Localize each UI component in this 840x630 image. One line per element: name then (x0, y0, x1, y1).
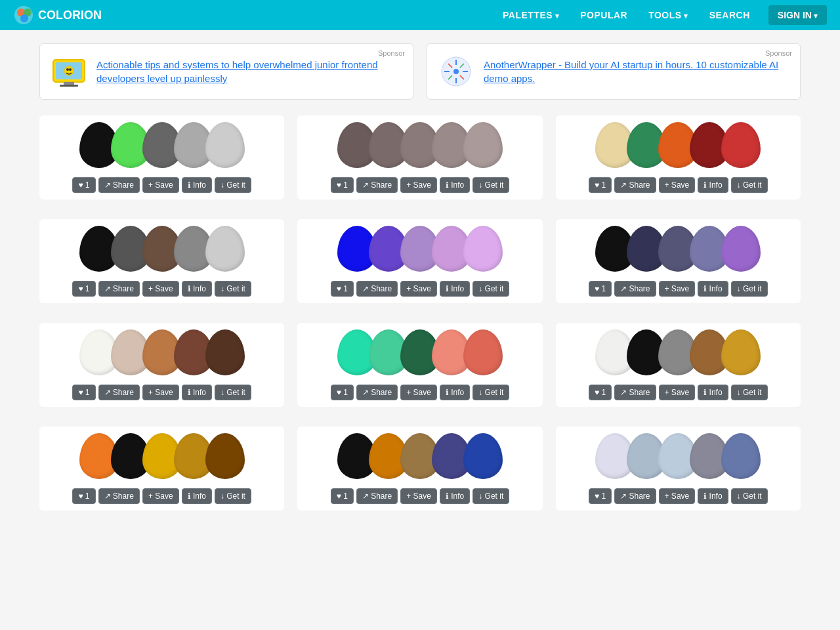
get-button-7[interactable]: ↓ Get it (472, 385, 509, 400)
palette-grid: ♥ 1↗ Share+ Saveℹ Info↓ Get it♥ 1↗ Share… (39, 116, 801, 511)
info-button-6[interactable]: ℹ Info (182, 385, 212, 400)
save-button-10[interactable]: + Save (400, 488, 437, 504)
like-button-7[interactable]: ♥ 1 (331, 385, 354, 400)
save-button-3[interactable]: + Save (142, 281, 179, 297)
like-button-9[interactable]: ♥ 1 (72, 488, 95, 504)
get-button-0[interactable]: ↓ Get it (215, 177, 251, 193)
palette-swatches-10[interactable] (297, 427, 542, 483)
swatch-2-4 (721, 122, 761, 168)
like-button-4[interactable]: ♥ 1 (331, 281, 354, 297)
info-button-5[interactable]: ℹ Info (698, 281, 728, 297)
palette-actions-5: ♥ 1↗ Share+ Saveℹ Info↓ Get it (556, 276, 801, 303)
like-button-0[interactable]: ♥ 1 (72, 177, 95, 193)
palette-card-9: ♥ 1↗ Share+ Saveℹ Info↓ Get it (39, 427, 284, 511)
swatch-5-4 (721, 226, 761, 272)
palette-card-10: ♥ 1↗ Share+ Saveℹ Info↓ Get it (297, 427, 542, 511)
swatch-0-4 (205, 122, 245, 168)
save-button-6[interactable]: + Save (142, 385, 179, 400)
save-button-7[interactable]: + Save (400, 385, 437, 400)
like-button-11[interactable]: ♥ 1 (589, 488, 612, 504)
get-button-3[interactable]: ↓ Get it (215, 281, 251, 297)
get-button-11[interactable]: ↓ Get it (731, 488, 768, 504)
page-content: Sponsor Actionable tips and systems to h… (26, 30, 814, 524)
palette-swatches-11[interactable] (556, 427, 801, 483)
share-button-5[interactable]: ↗ Share (614, 281, 656, 297)
nav-popular[interactable]: POPULAR (572, 6, 635, 24)
share-button-0[interactable]: ↗ Share (98, 177, 140, 193)
palette-swatches-0[interactable] (39, 116, 284, 172)
svg-point-9 (66, 68, 69, 71)
nav-tools[interactable]: TOOLS (640, 6, 696, 24)
share-button-2[interactable]: ↗ Share (614, 177, 656, 193)
share-button-11[interactable]: ↗ Share (614, 488, 656, 504)
sign-in-button[interactable]: SIGN IN (768, 5, 827, 25)
swatch-3-4 (205, 226, 245, 272)
svg-rect-7 (60, 85, 78, 87)
get-button-4[interactable]: ↓ Get it (472, 281, 509, 297)
palette-swatches-1[interactable] (297, 116, 542, 172)
like-button-2[interactable]: ♥ 1 (589, 177, 612, 193)
like-button-6[interactable]: ♥ 1 (72, 385, 95, 400)
share-button-1[interactable]: ↗ Share (356, 177, 398, 193)
info-button-0[interactable]: ℹ Info (182, 177, 212, 193)
share-button-3[interactable]: ↗ Share (98, 281, 140, 297)
get-button-10[interactable]: ↓ Get it (472, 488, 509, 504)
save-button-8[interactable]: + Save (659, 385, 696, 400)
svg-rect-6 (64, 82, 74, 85)
share-button-9[interactable]: ↗ Share (98, 488, 140, 504)
nav-search[interactable]: SEARCH (702, 6, 758, 24)
info-button-7[interactable]: ℹ Info (440, 385, 470, 400)
logo[interactable]: COLORION (13, 5, 102, 26)
palette-swatches-2[interactable] (556, 116, 801, 172)
save-button-4[interactable]: + Save (400, 281, 437, 297)
share-button-4[interactable]: ↗ Share (356, 281, 398, 297)
info-button-8[interactable]: ℹ Info (698, 385, 728, 400)
share-button-10[interactable]: ↗ Share (356, 488, 398, 504)
palette-swatches-9[interactable] (39, 427, 284, 483)
palette-swatches-7[interactable] (297, 323, 542, 379)
palette-swatches-8[interactable] (556, 323, 801, 379)
info-button-9[interactable]: ℹ Info (182, 488, 212, 504)
palette-card-1: ♥ 1↗ Share+ Saveℹ Info↓ Get it (297, 116, 542, 200)
share-button-7[interactable]: ↗ Share (356, 385, 398, 400)
get-button-2[interactable]: ↓ Get it (731, 177, 768, 193)
sponsor-card-1[interactable]: Sponsor Actionable tips and systems to h… (39, 43, 413, 100)
share-button-8[interactable]: ↗ Share (614, 385, 656, 400)
palette-actions-0: ♥ 1↗ Share+ Saveℹ Info↓ Get it (39, 172, 284, 200)
save-button-1[interactable]: + Save (400, 177, 437, 193)
get-button-8[interactable]: ↓ Get it (731, 385, 768, 400)
sponsor-card-2[interactable]: Sponsor AnotherWrapper - Build your AI s… (427, 43, 801, 100)
like-button-10[interactable]: ♥ 1 (331, 488, 354, 504)
palette-actions-3: ♥ 1↗ Share+ Saveℹ Info↓ Get it (39, 276, 284, 303)
palette-card-11: ♥ 1↗ Share+ Saveℹ Info↓ Get it (556, 427, 801, 511)
palette-swatches-3[interactable] (39, 219, 284, 276)
get-button-6[interactable]: ↓ Get it (215, 385, 251, 400)
info-button-10[interactable]: ℹ Info (440, 488, 470, 504)
save-button-11[interactable]: + Save (659, 488, 696, 504)
get-button-5[interactable]: ↓ Get it (731, 281, 768, 297)
save-button-9[interactable]: + Save (142, 488, 179, 504)
palette-swatches-5[interactable] (556, 219, 801, 276)
save-button-0[interactable]: + Save (142, 177, 179, 193)
nav-palettes[interactable]: PALETTES (495, 6, 567, 24)
like-button-5[interactable]: ♥ 1 (589, 281, 612, 297)
like-button-3[interactable]: ♥ 1 (72, 281, 95, 297)
info-button-11[interactable]: ℹ Info (698, 488, 728, 504)
info-button-2[interactable]: ℹ Info (698, 177, 728, 193)
get-button-9[interactable]: ↓ Get it (215, 488, 251, 504)
palette-card-6: ♥ 1↗ Share+ Saveℹ Info↓ Get it (39, 323, 284, 407)
palette-card-3: ♥ 1↗ Share+ Saveℹ Info↓ Get it (39, 219, 284, 303)
get-button-1[interactable]: ↓ Get it (472, 177, 509, 193)
swatch-4-4 (463, 226, 503, 272)
swatch-11-4 (721, 433, 761, 479)
like-button-1[interactable]: ♥ 1 (331, 177, 354, 193)
palette-swatches-4[interactable] (297, 219, 542, 276)
like-button-8[interactable]: ♥ 1 (589, 385, 612, 400)
save-button-5[interactable]: + Save (659, 281, 696, 297)
info-button-4[interactable]: ℹ Info (440, 281, 470, 297)
info-button-1[interactable]: ℹ Info (440, 177, 470, 193)
save-button-2[interactable]: + Save (659, 177, 696, 193)
palette-swatches-6[interactable] (39, 323, 284, 379)
info-button-3[interactable]: ℹ Info (182, 281, 212, 297)
share-button-6[interactable]: ↗ Share (98, 385, 140, 400)
